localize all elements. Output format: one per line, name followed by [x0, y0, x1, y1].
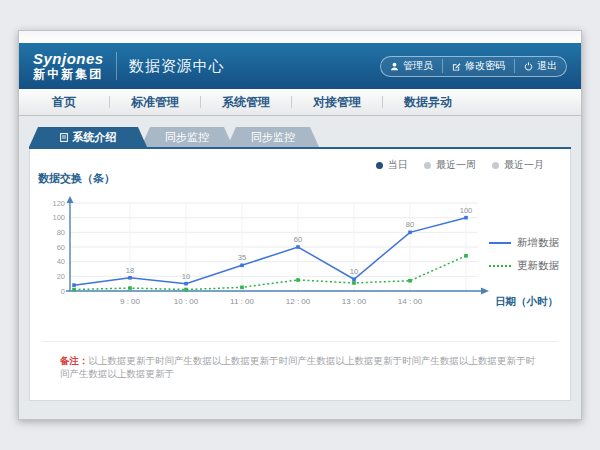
legend-line-green — [489, 265, 511, 267]
tab-sync-monitor-1[interactable]: 同步监控 — [141, 127, 233, 147]
svg-text:11 : 00: 11 : 00 — [230, 297, 254, 306]
change-password-label: 修改密码 — [465, 59, 505, 73]
period-filter: 当日 最近一周 最近一月 — [376, 158, 544, 172]
main-nav: 首页 标准管理 系统管理 对接管理 数据异动 — [19, 89, 581, 116]
nav-item-home[interactable]: 首页 — [19, 89, 109, 116]
header-divider — [116, 52, 117, 80]
window-top-strip — [19, 31, 581, 43]
tab-system-intro[interactable]: 系统介绍 — [29, 127, 147, 147]
power-icon — [524, 62, 533, 71]
nav-item-system[interactable]: 系统管理 — [201, 89, 291, 116]
footnote-label: 备注： — [60, 355, 89, 366]
legend-label: 新增数据 — [517, 236, 559, 250]
radio-label: 最近一月 — [504, 158, 544, 172]
svg-text:80: 80 — [57, 228, 65, 237]
chart-panel: 当日 最近一周 最近一月 数据交换（条） 0204060801001209 : … — [29, 149, 571, 401]
svg-text:60: 60 — [57, 243, 65, 252]
brand-logo-cn: 新中新集团 — [33, 68, 104, 81]
document-icon — [60, 133, 68, 142]
logout-button[interactable]: 退出 — [514, 59, 566, 73]
radio-dot — [376, 162, 383, 169]
app-header: Synjones 新中新集团 数据资源中心 管理员 修改密码 — [19, 43, 581, 89]
svg-text:10 : 00: 10 : 00 — [174, 297, 199, 306]
tab-label: 同步监控 — [165, 130, 209, 145]
radio-last-month[interactable]: 最近一月 — [492, 158, 544, 172]
brand-logo: Synjones 新中新集团 — [33, 51, 116, 81]
user-name: 管理员 — [403, 59, 433, 73]
chart-legend: 新增数据 更新数据 — [489, 236, 559, 273]
legend-label: 更新数据 — [517, 259, 559, 273]
radio-label: 当日 — [388, 158, 408, 172]
page-title: 数据资源中心 — [129, 57, 225, 76]
legend-item-new-data: 新增数据 — [489, 236, 559, 250]
svg-text:100: 100 — [460, 206, 473, 215]
footnote: 备注：以上数据更新于时间产生数据以上数据更新于时间产生数据以上数据更新于时间产生… — [60, 354, 542, 381]
svg-text:13 : 00: 13 : 00 — [342, 297, 367, 306]
svg-text:40: 40 — [57, 257, 65, 266]
content-area: 系统介绍 同步监控 同步监控 当日 最近一周 — [19, 116, 581, 401]
svg-text:9 : 00: 9 : 00 — [120, 297, 141, 306]
logout-label: 退出 — [537, 59, 557, 73]
tab-label: 同步监控 — [251, 130, 295, 145]
tab-label: 系统介绍 — [73, 130, 117, 145]
user-menu[interactable]: 管理员 — [381, 59, 442, 73]
radio-label: 最近一周 — [436, 158, 476, 172]
radio-dot — [492, 162, 499, 169]
nav-item-standards[interactable]: 标准管理 — [110, 89, 200, 116]
legend-item-updated-data: 更新数据 — [489, 259, 559, 273]
user-toolbar: 管理员 修改密码 退出 — [380, 56, 567, 77]
svg-text:10: 10 — [350, 267, 358, 276]
radio-dot — [424, 162, 431, 169]
tab-bar: 系统介绍 同步监控 同步监控 — [29, 129, 571, 149]
y-axis-title: 数据交换（条） — [38, 171, 115, 186]
edit-icon — [452, 62, 461, 71]
svg-text:10: 10 — [182, 272, 190, 281]
svg-text:18: 18 — [126, 266, 134, 275]
legend-line-blue — [489, 242, 511, 244]
svg-text:60: 60 — [294, 235, 302, 244]
svg-text:12 : 00: 12 : 00 — [286, 297, 311, 306]
note-divider — [42, 341, 558, 342]
change-password-button[interactable]: 修改密码 — [442, 59, 514, 73]
nav-item-integration[interactable]: 对接管理 — [292, 89, 382, 116]
user-icon — [390, 62, 399, 71]
radio-last-week[interactable]: 最近一周 — [424, 158, 476, 172]
svg-text:14 : 00: 14 : 00 — [398, 297, 423, 306]
radio-today[interactable]: 当日 — [376, 158, 408, 172]
brand-logo-en: Synjones — [33, 51, 104, 68]
svg-text:35: 35 — [238, 253, 246, 262]
svg-text:120: 120 — [52, 199, 65, 208]
svg-text:80: 80 — [406, 220, 414, 229]
nav-item-data-change[interactable]: 数据异动 — [383, 89, 473, 116]
svg-text:100: 100 — [52, 213, 65, 222]
svg-text:20: 20 — [57, 272, 65, 281]
tab-sync-monitor-2[interactable]: 同步监控 — [227, 127, 319, 147]
svg-text:0: 0 — [61, 287, 65, 296]
footnote-text: 以上数据更新于时间产生数据以上数据更新于时间产生数据以上数据更新于时间产生数据以… — [60, 355, 535, 379]
svg-text:日期（小时）: 日期（小时） — [495, 295, 558, 308]
app-window: Synjones 新中新集团 数据资源中心 管理员 修改密码 — [18, 30, 582, 420]
